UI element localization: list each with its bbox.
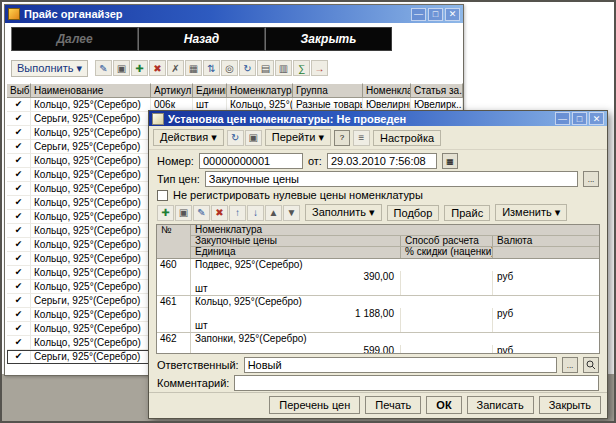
comment-label: Комментарий:	[157, 377, 229, 389]
name-cell: Кольцо, 925°(Серебро)	[31, 182, 151, 196]
fill-button[interactable]: Заполнить ▾	[305, 204, 382, 221]
mark-delete-icon[interactable]: ✗	[167, 60, 184, 76]
col-expense[interactable]: Статья за...	[411, 83, 463, 98]
sort-desc-icon[interactable]: ▼	[283, 205, 300, 221]
add-row-icon[interactable]: ✚	[157, 205, 174, 221]
price-setting-dialog: Установка цен номенклатуры: Не проведен …	[148, 110, 608, 419]
maximize-icon[interactable]: □	[428, 8, 443, 21]
dialog-window-controls: — □ ✕	[555, 112, 604, 125]
goto-button[interactable]: Перейти ▾	[265, 129, 331, 146]
number-input[interactable]	[199, 153, 303, 169]
list-toolbar: Выполнить ▾ ✎▣✚✖✗▦⇅◎↻▤▥∑→	[5, 57, 463, 79]
sort-icon[interactable]: ⇅	[203, 60, 220, 76]
reread-icon[interactable]: ↻	[227, 130, 244, 146]
price-list-button[interactable]: Перечень цен	[269, 396, 360, 414]
responsible-input[interactable]	[244, 357, 557, 373]
name-cell: Серьги, 925°(Серебро)	[31, 294, 151, 308]
dialog-maximize-icon[interactable]: □	[572, 112, 587, 125]
comment-row: Комментарий:	[149, 374, 607, 392]
delete-icon[interactable]: ✖	[149, 60, 166, 76]
name-cell: Серьги, 925°(Серебро)	[31, 350, 151, 364]
date-input[interactable]	[327, 153, 437, 169]
edit-icon[interactable]: ✎	[95, 60, 112, 76]
main-titlebar[interactable]: Прайс органайзер — □ ✕	[5, 5, 463, 23]
check-cell: ✔	[7, 238, 31, 252]
refresh-icon[interactable]: ↻	[239, 60, 256, 76]
responsible-label: Ответственный:	[157, 359, 239, 371]
col-unit[interactable]: Единица	[193, 83, 227, 98]
dialog-minimize-icon[interactable]: —	[555, 112, 570, 125]
price-row[interactable]: 461 Кольцо, 925°(Серебро) 1 188,00 руб ш…	[157, 296, 599, 333]
sort-asc-icon[interactable]: ▲	[265, 205, 282, 221]
print-button[interactable]: Печать	[365, 396, 421, 414]
name-cell: Кольцо, 925°(Серебро)	[31, 266, 151, 280]
minimize-icon[interactable]: —	[411, 8, 426, 21]
col-method: Способ расчета	[401, 236, 493, 247]
screen: Прайс органайзер — □ ✕ Далее Назад Закры…	[0, 0, 616, 423]
edit-row-icon[interactable]: ✎	[193, 205, 210, 221]
col-nomgroup[interactable]: Номенклатур...	[363, 83, 411, 98]
copy-row-icon[interactable]: ▣	[175, 205, 192, 221]
check-cell: ✔	[7, 308, 31, 322]
close-icon[interactable]: ✕	[445, 8, 460, 21]
print-icon[interactable]: ▤	[257, 60, 274, 76]
add-icon[interactable]: ✚	[131, 60, 148, 76]
price-type-input[interactable]	[205, 171, 578, 187]
copy-icon[interactable]: ▣	[245, 130, 262, 146]
delete-row-icon[interactable]: ✖	[211, 205, 228, 221]
interval-icon[interactable]: ▦	[185, 60, 202, 76]
write-button[interactable]: Записать	[467, 396, 534, 414]
name-cell: Серьги, 925°(Серебро)	[31, 112, 151, 126]
move-down-icon[interactable]: ↓	[247, 205, 264, 221]
comment-input[interactable]	[234, 375, 599, 391]
toolbar-icons: ✎▣✚✖✗▦⇅◎↻▤▥∑→	[95, 60, 328, 76]
col-article[interactable]: Артикул	[151, 83, 193, 98]
ok-button[interactable]: ОК	[426, 396, 461, 414]
dialog-close-icon[interactable]: ✕	[589, 112, 604, 125]
change-button[interactable]: Изменить ▾	[495, 204, 567, 221]
col-check[interactable]: Выб	[7, 83, 31, 98]
col-nomenclature[interactable]: Номенклатура	[227, 83, 293, 98]
price-type-choose-icon[interactable]: ...	[583, 171, 599, 187]
name-cell: Кольцо, 925°(Серебро)	[31, 224, 151, 238]
dialog-toolbar: Действия ▾ ↻▣ Перейти ▾ ? ≡ Настройка	[149, 126, 607, 150]
zero-prices-checkbox[interactable]	[157, 190, 168, 201]
name-cell: Кольцо, 925°(Серебро)	[31, 238, 151, 252]
excel-icon[interactable]: ∑	[293, 60, 310, 76]
actions-button[interactable]: Действия ▾	[153, 129, 224, 146]
name-cell: Кольцо, 925°(Серебро)	[31, 322, 151, 336]
price-button[interactable]: Прайс	[444, 205, 490, 221]
next-button[interactable]: Далее	[11, 27, 138, 51]
price-row[interactable]: 460 Подвес, 925°(Серебро) 390,00 руб шт	[157, 259, 599, 296]
back-button[interactable]: Назад	[138, 27, 265, 51]
col-group[interactable]: Группа	[293, 83, 363, 98]
window-controls: — □ ✕	[411, 8, 460, 21]
close-dialog-button[interactable]: Закрыть	[539, 396, 601, 414]
name-cell: Кольцо, 925°(Серебро)	[31, 280, 151, 294]
structure-icon[interactable]: ≡	[353, 130, 370, 146]
price-type-label: Тип цен:	[157, 173, 200, 185]
name-cell: Кольцо, 925°(Серебро)	[31, 168, 151, 182]
check-cell: ✔	[7, 280, 31, 294]
open-icon[interactable]	[583, 357, 599, 373]
pick-button[interactable]: Подбор	[387, 205, 440, 221]
calendar-icon[interactable]: ▦	[442, 153, 458, 169]
dialog-titlebar[interactable]: Установка цен номенклатуры: Не проведен …	[149, 111, 607, 126]
price-type-row: Тип цен: ...	[149, 170, 607, 188]
move-up-icon[interactable]: ↑	[229, 205, 246, 221]
search-icon[interactable]: ◎	[221, 60, 238, 76]
settings-button[interactable]: Настройка	[373, 130, 441, 146]
help-button[interactable]: ?	[334, 130, 350, 146]
exit-icon[interactable]: →	[311, 60, 328, 76]
name-cell: Кольцо, 925°(Серебро)	[31, 252, 151, 266]
col-name[interactable]: Наименование	[31, 83, 151, 98]
close-wizard-button[interactable]: Закрыть	[265, 27, 392, 51]
currency-value: руб	[493, 345, 599, 354]
execute-button[interactable]: Выполнить ▾	[11, 60, 88, 77]
check-cell: ✔	[7, 210, 31, 224]
copy-icon[interactable]: ▣	[113, 60, 130, 76]
price-row[interactable]: 462 Запонки, 925°(Серебро) 599,00 руб	[157, 333, 599, 354]
responsible-choose-icon[interactable]: ...	[562, 357, 578, 373]
row-number: 462	[157, 333, 191, 345]
save-icon[interactable]: ▥	[275, 60, 292, 76]
